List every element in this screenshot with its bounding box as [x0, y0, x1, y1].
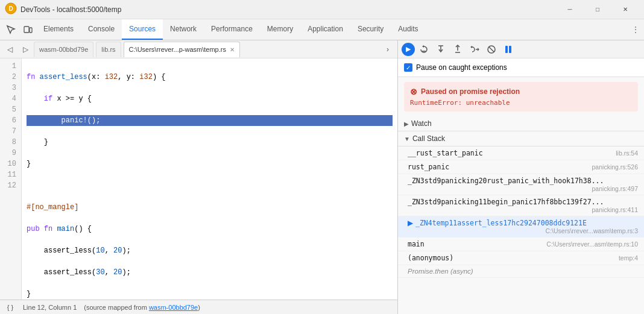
sources-panel: ◁ ▷ wasm-00bbd79e lib.rs C:\Users\rrever… [0, 40, 398, 314]
call-stack-items: __rust_start_panic lib.rs:54 rust_panic … [398, 146, 644, 278]
file-tab-temp[interactable]: C:\Users\rrever...p-wasm\temp.rs ✕ [124, 42, 240, 57]
call-stack-label: Call Stack [412, 134, 445, 143]
call-stack-chevron-icon: ▼ [404, 136, 410, 142]
stack-item[interactable]: (anonymous) temp:4 [398, 251, 644, 265]
source-map-link[interactable]: wasm-00bbd79e [149, 304, 198, 311]
watch-section-header[interactable]: ▶ Watch [398, 116, 644, 131]
step-out-button[interactable] [450, 42, 466, 57]
status-bar: { } Line 12, Column 1 (source mapped fro… [0, 300, 397, 314]
stack-fn-name: __rust_start_panic [408, 149, 483, 157]
tab-elements[interactable]: Elements [36, 19, 81, 40]
cursor-position: Line 12, Column 1 [23, 304, 77, 311]
close-button[interactable]: ✕ [611, 0, 639, 19]
tab-application[interactable]: Application [300, 19, 350, 40]
stack-location: C:\Users\rrever...asm\temp.rs:10 [546, 240, 638, 248]
tab-network[interactable]: Network [163, 19, 204, 40]
stack-fn-name: main [408, 240, 425, 248]
pause-caught-label: Pause on caught exceptions [416, 63, 507, 72]
stack-fn-name: (anonymous) [408, 254, 453, 262]
error-title-row: ⊗ Paused on promise rejection [410, 87, 632, 96]
svg-rect-2 [24, 27, 29, 33]
svg-rect-3 [30, 28, 32, 33]
error-detail-text: RuntimeError: unreachable [410, 99, 632, 107]
deactivate-breakpoints-button[interactable] [484, 42, 499, 57]
file-tab-wasm[interactable]: wasm-00bbd79e [34, 42, 93, 57]
stack-location: C:\Users\rrever...wasm\temp.rs:3 [546, 227, 638, 234]
window-controls: ─ □ ✕ [556, 0, 639, 19]
tab-memory[interactable]: Memory [260, 19, 300, 40]
file-tab-lib-label: lib.rs [101, 46, 115, 53]
inspect-icon-button[interactable] [2, 19, 19, 40]
stack-location: panicking.rs:526 [592, 163, 638, 171]
minimize-button[interactable]: ─ [556, 0, 584, 19]
pause-on-exceptions-button[interactable] [500, 42, 516, 57]
step-button[interactable] [467, 42, 482, 57]
pause-caught-exceptions-row: Pause on caught exceptions [398, 58, 644, 77]
file-tab-temp-label: C:\Users\rrever...p-wasm\temp.rs [129, 46, 226, 53]
debugger-panel: ▶ [398, 40, 644, 314]
tab-security[interactable]: Security [350, 19, 391, 40]
svg-text:D: D [8, 5, 13, 12]
call-stack-section-header[interactable]: ▼ Call Stack [398, 131, 644, 146]
nav-forward-button[interactable]: ▷ [18, 42, 33, 57]
error-icon: ⊗ [410, 87, 417, 96]
watch-chevron-icon: ▶ [404, 121, 409, 127]
error-title-text: Paused on promise rejection [421, 87, 520, 96]
resume-button[interactable]: ▶ [402, 43, 415, 56]
error-box: ⊗ Paused on promise rejection RuntimeErr… [404, 82, 638, 111]
devtools-menu-button[interactable]: ⋮ [627, 19, 644, 40]
svg-rect-13 [509, 46, 511, 53]
stack-fn-name: rust_panic [408, 163, 449, 171]
debug-toolbar: ▶ [398, 40, 644, 58]
stack-location: temp:4 [619, 254, 638, 262]
device-toolbar-button[interactable] [19, 19, 36, 40]
format-icon-button[interactable]: { } [5, 302, 16, 313]
code-text[interactable]: fn assert_less(x: i32, y: i32) { if x >=… [22, 58, 397, 300]
file-tab-close-icon[interactable]: ✕ [230, 46, 235, 53]
stack-location: panicking.rs:411 [592, 206, 638, 213]
pause-caught-checkbox[interactable] [404, 63, 412, 72]
stack-item[interactable]: rust_panic panicking.rs:526 [398, 160, 644, 174]
stack-fn-name: _ZN4temp11assert_less17hc29247008ddc9121… [415, 219, 587, 227]
current-frame-arrow: ▶ [408, 219, 413, 227]
main-content: ◁ ▷ wasm-00bbd79e lib.rs C:\Users\rrever… [0, 40, 644, 314]
file-tab-lib[interactable]: lib.rs [96, 42, 121, 57]
watch-label: Watch [411, 119, 432, 128]
file-tab-wasm-label: wasm-00bbd79e [39, 46, 88, 53]
tab-sources[interactable]: Sources [122, 19, 163, 40]
devtools-icon: D [5, 2, 17, 16]
stack-location: lib.rs:54 [616, 149, 638, 157]
tab-performance[interactable]: Performance [204, 19, 260, 40]
file-tab-more-button[interactable]: › [380, 42, 395, 57]
maximize-button[interactable]: □ [584, 0, 611, 19]
debugger-right-content: Pause on caught exceptions ⊗ Paused on p… [398, 58, 644, 314]
promise-then-row[interactable]: Promise.then (async) [398, 265, 644, 278]
tab-audits[interactable]: Audits [391, 19, 425, 40]
titlebar: D DevTools - localhost:5000/temp ─ □ ✕ [0, 0, 644, 19]
titlebar-title: DevTools - localhost:5000/temp [21, 5, 556, 14]
stack-item[interactable]: __rust_start_panic lib.rs:54 [398, 146, 644, 160]
tab-console[interactable]: Console [81, 19, 122, 40]
svg-line-11 [489, 47, 494, 52]
stack-location: panicking.rs:497 [592, 185, 638, 192]
nav-back-button[interactable]: ◁ [2, 42, 17, 57]
stack-fn-name: _ZN3std9panicking11begin_panic17hf8bbc13… [408, 198, 604, 206]
stack-item-two-line[interactable]: _ZN3std9panicking20rust_panic_with_hook1… [398, 174, 644, 195]
sources-file-tabs: ◁ ▷ wasm-00bbd79e lib.rs C:\Users\rrever… [0, 40, 397, 58]
devtools-tabbar: Elements Console Sources Network Perform… [0, 19, 644, 40]
stack-item-current[interactable]: ▶ _ZN4temp11assert_less17hc29247008ddc91… [398, 216, 644, 237]
stack-item-two-line[interactable]: _ZN3std9panicking11begin_panic17hf8bbc13… [398, 195, 644, 216]
step-over-button[interactable] [416, 42, 432, 57]
stack-item[interactable]: main C:\Users\rrever...asm\temp.rs:10 [398, 237, 644, 251]
step-into-button[interactable] [433, 42, 449, 57]
svg-rect-12 [505, 46, 508, 53]
line-numbers: 1 2 3 4 5 6 7 8 9 10 11 12 [0, 58, 22, 300]
stack-fn-name: _ZN3std9panicking20rust_panic_with_hook1… [408, 177, 604, 185]
source-map-info: (source mapped from wasm-00bbd79e) [84, 304, 200, 311]
code-editor: 1 2 3 4 5 6 7 8 9 10 11 12 fn assert_les… [0, 58, 397, 300]
